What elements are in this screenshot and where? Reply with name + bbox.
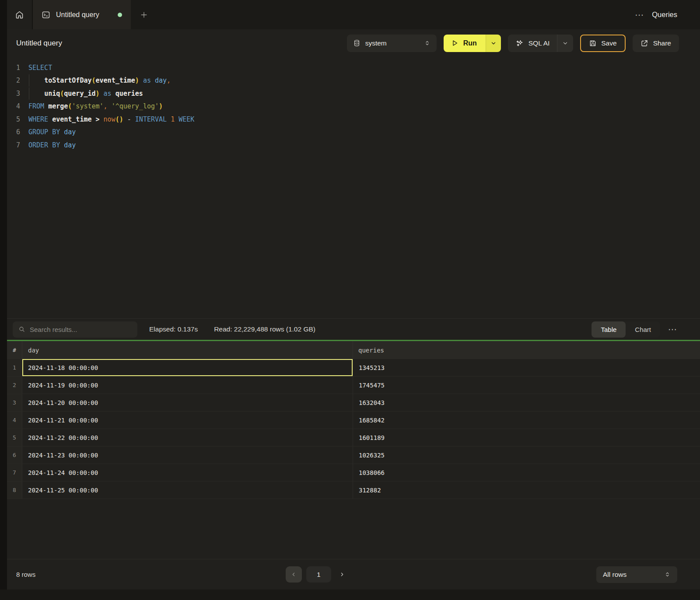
row-number[interactable]: 5 (7, 429, 22, 446)
code-line[interactable]: 5WHERE event_time > now() - INTERVAL 1 W… (7, 113, 700, 126)
share-icon (640, 39, 648, 47)
save-button-label: Save (601, 39, 616, 47)
code-line[interactable]: 6GROUP BY day (7, 126, 700, 139)
tab-options-ellipsis-icon[interactable]: ⋯ (635, 10, 644, 19)
share-button-label: Share (653, 39, 671, 47)
next-page-button[interactable] (336, 572, 345, 577)
run-options-button[interactable] (486, 35, 501, 52)
results-search-box[interactable] (13, 321, 137, 338)
chevron-up-down-icon (664, 571, 671, 578)
sql-editor[interactable]: 1SELECT2 toStartOfDay(event_time) as day… (7, 57, 700, 318)
code-line[interactable]: 2 toStartOfDay(event_time) as day, (7, 74, 700, 87)
unsaved-indicator-dot (118, 13, 122, 17)
run-button-group: Run (444, 35, 501, 52)
line-number: 6 (7, 128, 20, 136)
cell-queries[interactable]: 1026325 (353, 447, 700, 464)
previous-page-button[interactable] (286, 566, 302, 583)
database-select[interactable]: system (347, 35, 437, 52)
rows-per-page-select[interactable]: All rows (596, 566, 677, 583)
run-button[interactable]: Run (444, 35, 486, 52)
table-row: 52024-11-22 00:00:001601189 (7, 429, 700, 447)
code-text: WHERE event_time > now() - INTERVAL 1 WE… (28, 115, 194, 123)
save-button[interactable]: Save (580, 35, 625, 52)
code-text: ORDER BY day (28, 141, 76, 149)
sparkles-icon (515, 39, 524, 47)
play-icon (451, 39, 458, 47)
chevron-right-icon (339, 572, 345, 577)
row-number[interactable]: 2 (7, 377, 22, 394)
cell-day[interactable]: 2024-11-24 00:00:00 (22, 464, 353, 481)
cell-queries[interactable]: 1038066 (353, 464, 700, 481)
cell-queries[interactable]: 1632043 (353, 394, 700, 411)
queries-button[interactable]: Queries (652, 10, 677, 19)
row-number[interactable]: 7 (7, 464, 22, 481)
cell-day[interactable]: 2024-11-21 00:00:00 (22, 412, 353, 429)
table-header-row: # day queries (7, 341, 700, 359)
code-line[interactable]: 7ORDER BY day (7, 139, 700, 152)
table-row: 32024-11-20 00:00:001632043 (7, 394, 700, 412)
indent-guide (29, 87, 29, 100)
sql-ai-label: SQL AI (528, 39, 550, 47)
current-page-button[interactable]: 1 (306, 566, 331, 583)
tab-bar: Untitled query ⋯ Queries (7, 0, 700, 29)
cell-day[interactable]: 2024-11-20 00:00:00 (22, 394, 353, 411)
column-header-day[interactable]: day (22, 341, 353, 359)
query-header: Untitled query system Run (7, 29, 700, 57)
cell-day[interactable]: 2024-11-19 00:00:00 (22, 377, 353, 394)
cell-day[interactable]: 2024-11-22 00:00:00 (22, 429, 353, 446)
share-button[interactable]: Share (633, 35, 679, 52)
home-icon (15, 10, 24, 19)
search-input[interactable] (30, 326, 132, 333)
chevron-down-icon (490, 40, 497, 46)
cell-queries[interactable]: 1601189 (353, 429, 700, 446)
row-number[interactable]: 6 (7, 447, 22, 464)
page-title: Untitled query (16, 39, 62, 48)
code-text: SELECT (28, 64, 52, 72)
new-tab-button[interactable] (131, 0, 157, 29)
code-text: toStartOfDay(event_time) as day, (28, 77, 171, 84)
plus-icon (140, 10, 148, 19)
code-lines: 1SELECT2 toStartOfDay(event_time) as day… (7, 61, 700, 152)
tab-untitled-query[interactable]: Untitled query (33, 0, 131, 29)
cell-day[interactable]: 2024-11-25 00:00:00 (22, 481, 353, 499)
line-number: 7 (7, 141, 20, 149)
line-number: 4 (7, 102, 20, 110)
code-line[interactable]: 3 uniq(query_id) as queries (7, 87, 700, 100)
chevron-left-icon (291, 572, 297, 577)
window-bottom-edge (0, 590, 700, 600)
results-options-ellipsis-icon[interactable]: ⋯ (668, 325, 677, 334)
query-stats: Elapsed: 0.137s Read: 22,229,488 rows (1… (149, 325, 315, 333)
row-number[interactable]: 8 (7, 481, 22, 499)
database-select-value: system (365, 39, 387, 47)
chart-view-tab[interactable]: Chart (626, 321, 660, 338)
table-row: 22024-11-19 00:00:001745475 (7, 377, 700, 394)
code-line[interactable]: 4FROM merge('system', '^query_log') (7, 100, 700, 113)
chevron-down-icon (562, 40, 568, 46)
terminal-icon (42, 10, 50, 19)
results-table: # day queries 12024-11-18 00:00:00134521… (7, 341, 700, 499)
row-count-label: 8 rows (16, 571, 35, 578)
sql-ai-options-button[interactable] (557, 35, 573, 52)
code-line[interactable]: 1SELECT (7, 61, 700, 74)
row-number[interactable]: 3 (7, 394, 22, 411)
code-text: GROUP BY day (28, 128, 76, 136)
row-number[interactable]: 4 (7, 412, 22, 429)
line-number: 1 (7, 64, 20, 72)
tab-bar-right: ⋯ Queries (635, 0, 700, 29)
cell-queries[interactable]: 1745475 (353, 377, 700, 394)
sql-ai-button[interactable]: SQL AI (508, 35, 557, 52)
column-header-queries[interactable]: queries (353, 341, 700, 359)
cell-queries[interactable]: 1345213 (353, 359, 700, 376)
chevron-up-down-icon (424, 40, 430, 46)
cell-day[interactable]: 2024-11-23 00:00:00 (22, 447, 353, 464)
home-button[interactable] (7, 0, 33, 29)
cell-queries[interactable]: 312882 (353, 481, 700, 499)
table-row: 72024-11-24 00:00:001038066 (7, 464, 700, 481)
header-actions: system Run SQL AI (347, 35, 679, 52)
cell-queries[interactable]: 1685842 (353, 412, 700, 429)
results-toolbar: Elapsed: 0.137s Read: 22,229,488 rows (1… (7, 318, 700, 340)
cell-day[interactable]: 2024-11-18 00:00:00 (22, 359, 353, 376)
table-row: 42024-11-21 00:00:001685842 (7, 412, 700, 429)
table-view-tab[interactable]: Table (592, 321, 626, 338)
row-number[interactable]: 1 (7, 359, 22, 376)
